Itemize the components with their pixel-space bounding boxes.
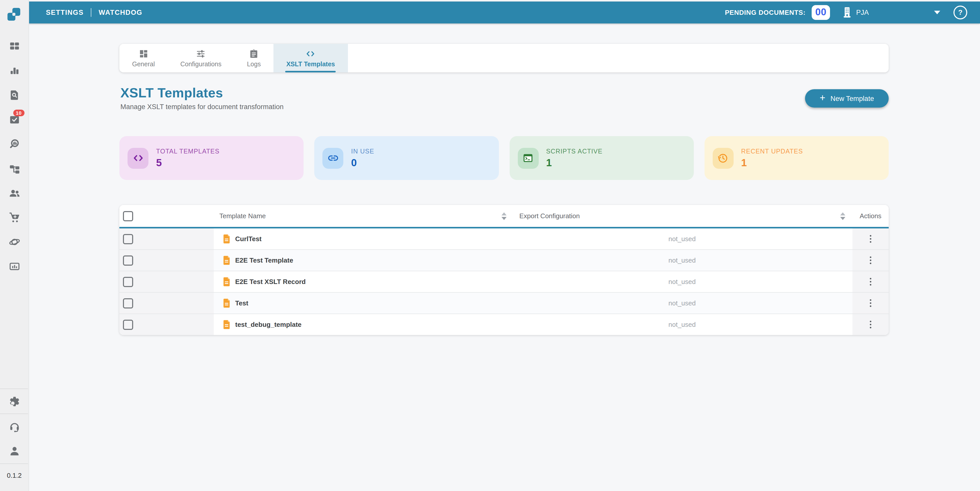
history-icon	[713, 148, 733, 168]
stat-card-recent-updates: RECENT UPDATES 1	[705, 136, 889, 180]
template-document-icon	[223, 234, 231, 244]
column-header-template-name: Template Name	[220, 212, 266, 220]
dashboard-grid-icon	[138, 49, 148, 58]
settings-tabs: General Configurations	[119, 44, 889, 72]
template-document-icon	[223, 320, 231, 329]
app-window: SETTINGS WATCHDOG PENDING DOCUMENTS: 00	[0, 0, 980, 491]
row-checkbox[interactable]	[123, 276, 133, 287]
help-glyph: ?	[958, 9, 963, 16]
sidebar-item-tasks[interactable]: 10	[0, 107, 29, 132]
template-name: Test	[235, 299, 248, 307]
row-checkbox[interactable]	[123, 298, 133, 308]
link-icon	[323, 148, 344, 168]
pending-documents-count-badge: 00	[811, 5, 830, 20]
stat-value: 5	[156, 157, 220, 168]
column-header-export-configuration: Export Configuration	[519, 212, 580, 220]
table-row[interactable]: Test not_used	[119, 292, 889, 313]
row-checkbox[interactable]	[123, 234, 133, 244]
tune-icon	[196, 49, 206, 58]
caret-down-icon[interactable]	[934, 11, 940, 14]
terminal-icon	[517, 148, 538, 168]
export-configuration-value: not_used	[512, 229, 853, 249]
breadcrumb-settings: SETTINGS	[46, 9, 84, 16]
pending-documents-label: PENDING DOCUMENTS:	[725, 9, 805, 16]
document-search-icon	[8, 89, 20, 101]
organization-selector[interactable]: PJA	[842, 6, 869, 18]
export-configuration-value: not_used	[512, 271, 853, 292]
new-template-button[interactable]: + New Template	[805, 89, 889, 108]
table-row[interactable]: test_debug_template not_used	[119, 313, 889, 335]
plus-icon: +	[820, 92, 826, 103]
sidebar: 10	[0, 0, 29, 491]
tab-general[interactable]: General	[119, 44, 168, 72]
sidebar-item-reports[interactable]	[0, 254, 29, 278]
help-icon[interactable]: ?	[953, 6, 967, 19]
sidebar-nav: 10	[0, 33, 29, 278]
template-document-icon	[223, 298, 231, 308]
clipboard-icon	[249, 49, 259, 58]
bar-chart-icon	[8, 65, 20, 76]
row-actions-menu-icon[interactable]	[868, 276, 873, 288]
stat-cards: TOTAL TEMPLATES 5 IN USE 0	[119, 136, 889, 180]
sort-icon[interactable]	[840, 212, 845, 220]
row-actions-menu-icon[interactable]	[868, 233, 873, 245]
tab-xslt-templates[interactable]: XSLT Templates	[274, 44, 348, 72]
table-row[interactable]: E2E Test XSLT Record not_used	[119, 271, 889, 292]
sidebar-item-cart[interactable]	[0, 205, 29, 229]
template-document-icon	[223, 256, 231, 265]
sidebar-divider	[0, 464, 28, 464]
headset-icon	[8, 420, 20, 432]
app-version: 0.1.2	[0, 472, 29, 479]
template-name: E2E Test Template	[235, 256, 293, 264]
sidebar-item-document-search[interactable]	[0, 83, 29, 107]
stat-card-scripts-active: SCRIPTS ACTIVE 1	[509, 136, 694, 180]
tab-configurations[interactable]: Configurations	[168, 44, 234, 72]
table-row[interactable]: CurlTest not_used	[119, 229, 889, 249]
building-icon	[842, 6, 852, 18]
template-document-icon	[223, 277, 231, 286]
top-bar: SETTINGS WATCHDOG PENDING DOCUMENTS: 00	[29, 2, 980, 24]
row-actions-menu-icon[interactable]	[868, 319, 873, 331]
tasks-count-badge: 10	[13, 110, 24, 116]
sort-icon[interactable]	[501, 212, 507, 220]
breadcrumb-separator	[91, 8, 92, 17]
insights-search-icon	[8, 138, 20, 149]
sidebar-item-users[interactable]	[0, 181, 29, 205]
row-actions-menu-icon[interactable]	[868, 297, 873, 309]
row-checkbox[interactable]	[123, 319, 133, 330]
table-header-row: Template Name Export Configuration Actio…	[119, 205, 889, 229]
sidebar-item-dashboard[interactable]	[0, 33, 29, 58]
sidebar-item-support[interactable]	[0, 414, 29, 439]
person-icon	[8, 445, 20, 457]
code-icon	[127, 148, 148, 168]
report-widget-icon	[8, 260, 20, 272]
template-name: E2E Test XSLT Record	[235, 278, 305, 286]
row-checkbox[interactable]	[123, 255, 133, 265]
template-name: CurlTest	[235, 235, 262, 243]
sidebar-item-analytics[interactable]	[0, 58, 29, 83]
sidebar-item-settings[interactable]	[0, 389, 29, 413]
sidebar-item-profile[interactable]	[0, 439, 29, 463]
export-configuration-value: not_used	[512, 314, 853, 335]
sidebar-item-insights-search[interactable]	[0, 132, 29, 156]
row-actions-menu-icon[interactable]	[868, 254, 873, 266]
orbit-icon	[8, 236, 20, 248]
cart-add-icon	[8, 211, 20, 223]
breadcrumb: SETTINGS WATCHDOG	[46, 8, 142, 17]
page-title: XSLT Templates	[120, 85, 223, 101]
tab-label: General	[132, 60, 155, 68]
sidebar-item-workflow[interactable]	[0, 156, 29, 181]
tab-label: Configurations	[180, 60, 221, 68]
app-logo-icon[interactable]	[5, 8, 24, 24]
tab-logs[interactable]: Logs	[234, 44, 274, 72]
page-subtitle: Manage XSLT templates for document trans…	[120, 103, 284, 111]
column-header-actions: Actions	[860, 212, 881, 220]
organization-code: PJA	[856, 9, 869, 16]
dashboard-icon	[8, 40, 20, 52]
select-all-checkbox[interactable]	[123, 211, 133, 221]
table-row[interactable]: E2E Test Template not_used	[119, 249, 889, 271]
stat-label: IN USE	[351, 148, 374, 155]
sidebar-item-orbit[interactable]	[0, 229, 29, 254]
stat-card-total-templates: TOTAL TEMPLATES 5	[119, 136, 304, 180]
tab-label: Logs	[247, 60, 261, 68]
